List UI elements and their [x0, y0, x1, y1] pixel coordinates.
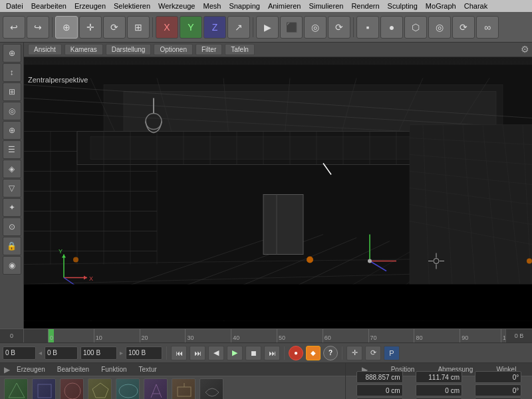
- prev-frame-button[interactable]: ⏭: [190, 346, 205, 360]
- menu-selektieren[interactable]: Selektieren: [110, 1, 154, 11]
- tab-ansicht[interactable]: Ansicht: [28, 44, 62, 55]
- help-button[interactable]: ?: [323, 346, 338, 360]
- playback-mode-btn[interactable]: P: [384, 346, 400, 360]
- object-thumb-1[interactable]: [4, 378, 28, 399]
- go-to-end-button[interactable]: ⏭: [264, 346, 280, 360]
- angle-y-input[interactable]: [475, 384, 521, 396]
- more-button[interactable]: ∞: [476, 16, 499, 39]
- render-to-po-button[interactable]: ◎: [304, 16, 327, 39]
- object-thumb-2[interactable]: [32, 378, 56, 399]
- bottom-right-panel: ▶ Position Abmessung Winkel: [346, 363, 532, 399]
- obj5-button[interactable]: ⟳: [452, 16, 475, 39]
- tab-funktion[interactable]: Funktion: [96, 364, 132, 374]
- x-axis-button[interactable]: X: [156, 16, 178, 39]
- main-toolbar: ↩ ↪ ⊕ ✛ ⟳ ⊞ X Y Z ↗ ▶ ⬛ ◎ ⟳ ▪ ● ⬡ ◎ ⟳ ∞: [0, 12, 532, 43]
- viewport-settings-icon[interactable]: ⚙: [521, 44, 529, 55]
- rotation-icon-btn[interactable]: ⟳: [365, 346, 381, 360]
- tab-optionen[interactable]: Optionen: [154, 44, 193, 55]
- record-button[interactable]: ●: [289, 346, 303, 360]
- camera-button[interactable]: ⟳: [328, 16, 350, 39]
- menu-simulieren[interactable]: Simulieren: [305, 1, 346, 11]
- tab-filter[interactable]: Filter: [196, 44, 222, 55]
- current-frame-input[interactable]: [3, 346, 36, 360]
- min-frame-input[interactable]: [80, 346, 117, 360]
- list-tool-btn[interactable]: ☰: [3, 140, 21, 159]
- redo-button[interactable]: ↪: [27, 16, 49, 39]
- size-x-input[interactable]: [416, 371, 462, 383]
- pivot-tool-btn[interactable]: ◉: [3, 256, 21, 275]
- size-y-input[interactable]: [416, 384, 462, 396]
- move-button[interactable]: ✛: [79, 16, 102, 39]
- svg-point-69: [73, 257, 78, 263]
- scene-canvas: Zentralperspektive: [24, 57, 532, 329]
- geo-button[interactable]: ⬡: [404, 16, 427, 39]
- object-thumb-8[interactable]: [200, 378, 223, 399]
- undo-button[interactable]: ↩: [3, 16, 25, 39]
- move-icon-btn[interactable]: ✛: [346, 346, 362, 360]
- object-thumb-3[interactable]: [60, 378, 84, 399]
- cube-button[interactable]: ▪: [356, 16, 379, 39]
- menu-mograph[interactable]: MoGraph: [422, 1, 460, 11]
- svg-point-95: [119, 384, 138, 398]
- timeline-ruler[interactable]: 0 10 20 30 40 50 60 70 80 90 100: [48, 329, 505, 342]
- ruler-mark-100: 100: [501, 329, 505, 342]
- z-axis-button[interactable]: Z: [203, 16, 226, 39]
- shape-tool-btn[interactable]: ◈: [3, 160, 21, 178]
- svg-rect-71: [263, 195, 303, 255]
- light-tool-btn[interactable]: ⊙: [3, 217, 21, 236]
- keyframe-button[interactable]: ◆: [306, 346, 321, 360]
- position-x-input[interactable]: [356, 371, 403, 383]
- object-thumb-4[interactable]: [88, 378, 112, 399]
- transport-separator-2: ▸: [120, 349, 123, 356]
- sphere-button[interactable]: ●: [380, 16, 403, 39]
- menu-mesh[interactable]: Mesh: [200, 1, 224, 11]
- magnet-tool-btn[interactable]: ✦: [3, 198, 21, 217]
- viewport[interactable]: Ansicht Kameras Darstellung Optionen Fil…: [24, 43, 532, 329]
- obj4-button[interactable]: ◎: [428, 16, 451, 39]
- svg-point-67: [307, 257, 313, 263]
- object-thumb-6[interactable]: [144, 378, 168, 399]
- render-region-button[interactable]: ▶: [256, 16, 279, 39]
- max-frame-input[interactable]: [126, 346, 162, 360]
- y-axis-button[interactable]: Y: [180, 16, 202, 39]
- menu-bearbeiten[interactable]: Bearbeiten: [28, 1, 70, 11]
- angle-x-input[interactable]: [475, 371, 521, 383]
- object-thumb-5[interactable]: [116, 378, 140, 399]
- scale-button[interactable]: ⊞: [127, 16, 150, 39]
- snap-tool-btn[interactable]: ▽: [3, 179, 21, 198]
- menu-datei[interactable]: Datei: [3, 1, 27, 11]
- tab-kameras[interactable]: Kameras: [65, 44, 103, 55]
- lock-tool-btn[interactable]: 🔒: [3, 237, 21, 255]
- tab-bearbeiten[interactable]: Bearbeiten: [52, 364, 94, 374]
- add-tool-btn[interactable]: ⊕: [3, 121, 21, 140]
- menu-erzeugen[interactable]: Erzeugen: [71, 1, 109, 11]
- rewind-button[interactable]: ◀: [208, 346, 224, 360]
- rotate-button[interactable]: ⟳: [103, 16, 126, 39]
- grid-tool-btn[interactable]: ⊞: [3, 82, 21, 101]
- position-y-input[interactable]: [356, 384, 403, 396]
- fast-forward-button[interactable]: ⏹: [245, 346, 261, 360]
- play-button[interactable]: ▶: [227, 346, 243, 360]
- go-to-start-button[interactable]: ⏮: [171, 346, 187, 360]
- start-frame-input[interactable]: [45, 346, 78, 360]
- menu-sculpting[interactable]: Sculpting: [384, 1, 421, 11]
- menu-rendern[interactable]: Rendern: [348, 1, 382, 11]
- panel-expand-icon: ▶: [4, 365, 10, 374]
- menu-charak[interactable]: Charak: [461, 1, 491, 11]
- move-tool-btn[interactable]: ↕: [3, 63, 21, 82]
- menu-werkzeuge[interactable]: Werkzeuge: [155, 1, 198, 11]
- ruler-mark-60: 60: [323, 329, 331, 342]
- render-button[interactable]: ⬛: [280, 16, 303, 39]
- tab-darstellung[interactable]: Darstellung: [106, 44, 152, 55]
- transform-button[interactable]: ↗: [227, 16, 250, 39]
- object-tool-btn[interactable]: ◎: [3, 102, 21, 120]
- tab-textur[interactable]: Textur: [134, 364, 162, 374]
- tab-erzeugen[interactable]: Erzeugen: [11, 364, 51, 374]
- object-thumb-7[interactable]: [172, 378, 196, 399]
- menu-snapping[interactable]: Snapping: [225, 1, 263, 11]
- menu-animieren[interactable]: Animieren: [265, 1, 305, 11]
- select-tool-btn[interactable]: ⊕: [3, 44, 21, 63]
- tab-tafeln[interactable]: Tafeln: [225, 44, 255, 55]
- svg-text:Y: Y: [59, 248, 63, 255]
- select-button[interactable]: ⊕: [55, 16, 78, 39]
